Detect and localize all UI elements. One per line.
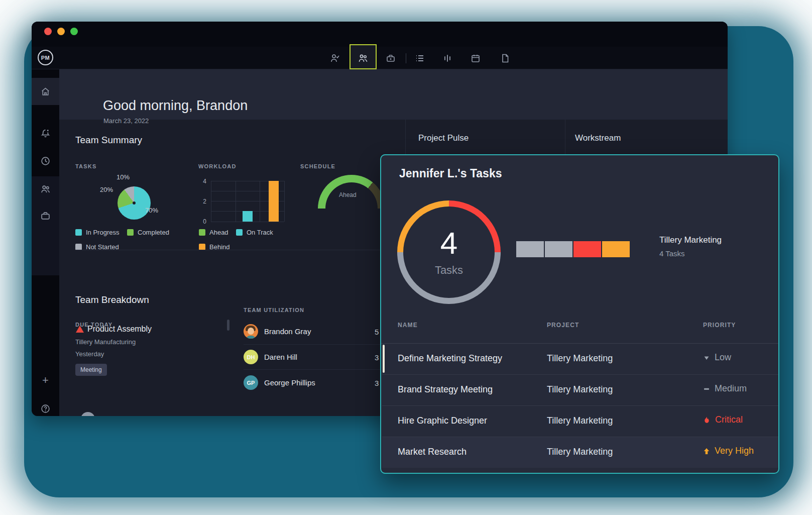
meeting-tag: Meeting xyxy=(75,364,107,376)
workload-bar-on-track xyxy=(243,211,253,222)
task-square-4 xyxy=(602,241,630,257)
arrow-up-icon xyxy=(703,448,710,455)
legend-ahead: Ahead xyxy=(199,229,228,236)
task-square-2 xyxy=(545,241,572,257)
legend-on-track: On Track xyxy=(236,229,273,236)
briefcase-add-icon[interactable] xyxy=(384,52,397,65)
window-titlebar xyxy=(32,22,728,47)
schedule-label: SCHEDULE xyxy=(300,163,335,169)
sidebar-item-team[interactable] xyxy=(32,176,59,202)
utilization-row-brandon[interactable]: Brandon Gray xyxy=(244,324,311,339)
tasks-label: TASKS xyxy=(75,163,96,169)
page-date: March 23, 2022 xyxy=(103,117,149,125)
team-summary-title: Team Summary xyxy=(75,135,142,146)
donut-center: 4 Tasks xyxy=(403,207,495,298)
workstream-heading: Workstream xyxy=(575,133,621,143)
task-square-3 xyxy=(573,241,601,257)
gridline xyxy=(211,222,284,222)
legend-swatch xyxy=(127,229,134,236)
workload-bar-behind xyxy=(269,181,279,222)
legend-swatch xyxy=(236,229,243,236)
assign-person-icon[interactable] xyxy=(328,52,341,65)
minimize-window-button[interactable] xyxy=(57,28,65,35)
pie-label-70: 70% xyxy=(145,207,158,214)
sidebar-item-projects[interactable] xyxy=(32,202,59,229)
row-divider xyxy=(244,369,380,370)
pm-logo: PM xyxy=(38,50,53,65)
toolbar-divider xyxy=(406,53,406,63)
y-tick-0: 0 xyxy=(197,218,206,225)
utilization-value: 5 xyxy=(375,328,380,336)
team-icon[interactable] xyxy=(357,52,370,65)
legend-completed: Completed xyxy=(127,229,169,236)
priority-cell: Low xyxy=(703,352,731,363)
table-row[interactable]: Define Marketing Strategy Tillery Market… xyxy=(382,344,778,374)
project-pulse-heading: Project Pulse xyxy=(418,133,469,143)
utilization-row-george[interactable]: GP George Phillips xyxy=(244,375,315,390)
app-toolbar: PM xyxy=(32,47,728,69)
donut-task-count: 4 xyxy=(440,228,457,259)
table-row[interactable]: Brand Strategy Meeting Tillery Marketing… xyxy=(382,375,778,405)
calendar-icon[interactable] xyxy=(469,52,482,65)
legend-swatch xyxy=(75,229,82,236)
gridline xyxy=(211,181,211,222)
due-task-name[interactable]: Product Assembly xyxy=(87,325,152,334)
avatar xyxy=(81,412,95,416)
y-tick-2: 2 xyxy=(197,198,206,205)
priority-cell: Very High xyxy=(703,446,754,456)
close-window-button[interactable] xyxy=(44,28,52,35)
due-task-date: Yesterday xyxy=(75,350,104,358)
column-header-name[interactable]: NAME xyxy=(398,322,418,329)
column-header-project[interactable]: PROJECT xyxy=(547,322,579,329)
row-divider xyxy=(244,344,380,345)
flame-icon xyxy=(703,416,711,424)
tasks-donut-chart: 4 Tasks xyxy=(397,200,501,304)
workload-label: WORKLOAD xyxy=(198,163,237,169)
jennifer-tasks-panel: Jennifer L.'s Tasks 4 Tasks Tillery Mark… xyxy=(380,154,779,474)
page-header: Good morning, Brandon March 23, 2022 xyxy=(59,69,728,120)
priority-cell: Critical xyxy=(703,415,743,425)
utilization-value: 3 xyxy=(375,379,380,387)
schedule-status-label: Ahead xyxy=(339,191,357,198)
help-button[interactable] xyxy=(32,395,59,416)
section-divider xyxy=(75,250,392,250)
team-utilization-label: TEAM UTILIZATION xyxy=(244,307,304,313)
column-header-priority[interactable]: PRIORITY xyxy=(703,322,736,329)
summary-task-count: 4 Tasks xyxy=(659,249,685,258)
avatar: GP xyxy=(244,375,258,390)
sidebar-item-alerts[interactable] xyxy=(32,120,59,146)
task-list-icon[interactable] xyxy=(413,52,426,65)
team-breakdown-title: Team Breakdown xyxy=(75,294,149,305)
sidebar-item-home[interactable] xyxy=(32,78,59,105)
table-row-highlighted[interactable]: Market Research Tillery Marketing Very H… xyxy=(382,437,778,468)
table-row[interactable]: Hire Graphic Designer Tillery Marketing … xyxy=(382,406,778,437)
page: PM xyxy=(0,0,812,515)
page-title: Good morning, Brandon xyxy=(103,98,248,114)
y-tick-4: 4 xyxy=(197,178,206,185)
document-icon[interactable] xyxy=(499,52,512,65)
gridline xyxy=(260,181,260,222)
columns-icon[interactable] xyxy=(441,52,454,65)
tasks-pie-chart xyxy=(118,186,151,220)
sidebar: + xyxy=(32,69,59,416)
task-square-1 xyxy=(516,241,544,257)
utilization-value: 3 xyxy=(375,353,380,362)
add-new-button[interactable]: + xyxy=(32,367,59,393)
maximize-window-button[interactable] xyxy=(70,28,78,35)
sidebar-item-timesheets[interactable] xyxy=(32,148,59,174)
gridline xyxy=(284,181,285,222)
overdue-warning-icon xyxy=(76,326,84,333)
avatar xyxy=(244,324,258,339)
avatar: DH xyxy=(244,350,258,364)
summary-project-name: Tillery Marketing xyxy=(659,235,722,245)
donut-task-label: Tasks xyxy=(435,264,463,277)
panel-title: Jennifer L.'s Tasks xyxy=(399,167,502,180)
minus-icon xyxy=(703,385,710,392)
breakdown-scrollbar[interactable] xyxy=(227,320,229,331)
pie-label-20: 20% xyxy=(100,186,113,193)
priority-cell: Medium xyxy=(703,383,747,394)
legend-swatch xyxy=(199,229,205,236)
pie-label-10: 10% xyxy=(117,173,130,181)
gridline xyxy=(236,181,236,222)
utilization-row-daren[interactable]: DH Daren Hill xyxy=(244,350,297,364)
